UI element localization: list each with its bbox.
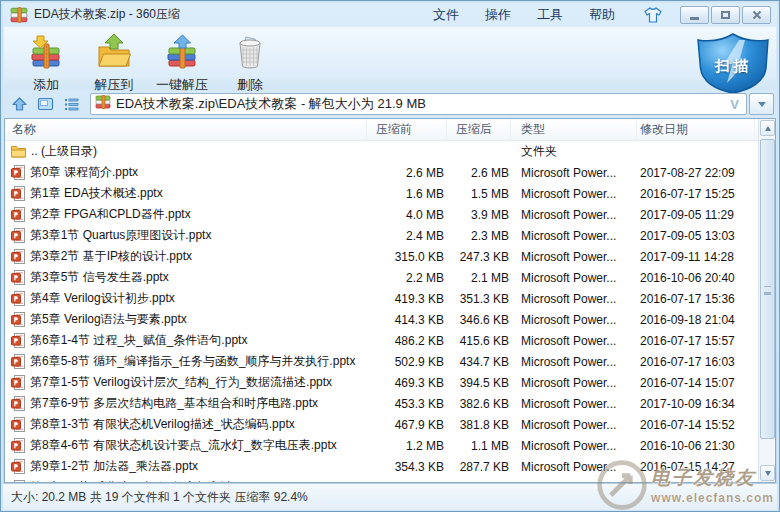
table-row[interactable]: 第0章 课程简介.pptx2.6 MB2.6 MBMicrosoft Power… xyxy=(5,162,775,183)
file-type-cell: Microsoft Power... xyxy=(511,334,637,348)
size-before-cell: 2.6 MB xyxy=(367,166,447,180)
modified-date-cell: 2016-07-14 15:52 xyxy=(637,418,755,432)
table-row[interactable]: 第8章4-6节 有限状态机设计要点_流水灯_数字电压表.pptx1.2 MB1.… xyxy=(5,435,775,456)
table-row[interactable]: 第3章5节 信号发生器.pptx2.2 MB2.1 MBMicrosoft Po… xyxy=(5,267,775,288)
size-before-cell: 2.4 MB xyxy=(367,229,447,243)
table-row[interactable]: 第9章6-7节 乐曲演奏电路_数字频率计.pptx1.6 MB1.4 MBMic… xyxy=(5,477,775,482)
scan-label: 扫描 xyxy=(694,57,772,76)
address-dropdown-button[interactable] xyxy=(749,93,774,115)
table-row[interactable]: 第7章1-5节 Verilog设计层次_结构_行为_数据流描述.pptx469.… xyxy=(5,372,775,393)
file-type-cell: Microsoft Power... xyxy=(511,397,637,411)
size-before-cell: 502.9 KB xyxy=(367,355,447,369)
size-after-cell: 351.3 KB xyxy=(447,292,511,306)
scroll-up-icon xyxy=(765,126,771,131)
one-click-extract-button[interactable]: 一键解压 xyxy=(148,30,216,88)
file-type-cell: 文件夹 xyxy=(511,143,637,160)
file-type-cell: Microsoft Power... xyxy=(511,292,637,306)
up-level-button[interactable] xyxy=(7,93,31,115)
address-input[interactable]: EDA技术教案.zip\EDA技术教案 - 解包大小为 21.9 MB V xyxy=(90,93,747,115)
table-row[interactable]: 第6章1-4节 过程_块_赋值_条件语句.pptx486.2 KB415.6 K… xyxy=(5,330,775,351)
size-before-cell: 469.3 KB xyxy=(367,376,447,390)
size-after-cell: 2.6 MB xyxy=(447,166,511,180)
size-after-cell: 247.3 KB xyxy=(447,250,511,264)
folder-icon xyxy=(11,145,26,158)
pptx-icon xyxy=(11,270,25,285)
size-after-cell: 346.6 KB xyxy=(447,313,511,327)
extract-to-icon xyxy=(95,33,133,75)
file-name-text: 第7章1-5节 Verilog设计层次_结构_行为_数据流描述.pptx xyxy=(30,374,332,391)
file-type-cell: Microsoft Power... xyxy=(511,187,637,201)
size-before-cell: 419.3 KB xyxy=(367,292,447,306)
modified-date-cell: 2017-10-09 16:34 xyxy=(637,397,755,411)
size-after-cell: 3.9 MB xyxy=(447,208,511,222)
column-header-size-before[interactable]: 压缩前 xyxy=(367,119,447,140)
vertical-scrollbar[interactable] xyxy=(758,119,775,482)
maximize-icon xyxy=(721,11,730,19)
file-name-text: 第0章 课程简介.pptx xyxy=(30,164,138,181)
delete-button[interactable]: 删除 xyxy=(216,30,284,88)
file-type-cell: Microsoft Power... xyxy=(511,229,637,243)
scrollbar-thumb[interactable] xyxy=(760,139,775,439)
list-view-button[interactable] xyxy=(59,93,83,115)
table-row[interactable]: 第7章6-9节 多层次结构电路_基本组合和时序电路.pptx453.3 KB38… xyxy=(5,393,775,414)
pptx-icon xyxy=(11,333,25,348)
file-name-cell: 第4章 Verilog设计初步.pptx xyxy=(5,290,367,307)
menu-help[interactable]: 帮助 xyxy=(576,4,628,26)
modified-date-cell: 2016-07-14 15:07 xyxy=(637,376,755,390)
table-row[interactable]: 第8章1-3节 有限状态机Verilog描述_状态编码.pptx467.9 KB… xyxy=(5,414,775,435)
modified-date-cell: 2016-09-18 21:04 xyxy=(637,313,755,327)
column-header-size-after[interactable]: 压缩后 xyxy=(447,119,511,140)
modified-date-cell: 2016-07-17 15:36 xyxy=(637,292,755,306)
size-after-cell: 2.1 MB xyxy=(447,271,511,285)
modified-date-cell: 2017-09-11 14:28 xyxy=(637,250,755,264)
table-row[interactable]: .. (上级目录)文件夹 xyxy=(5,141,775,162)
skin-shirt-icon[interactable] xyxy=(642,6,664,24)
file-name-text: 第9章1-2节 加法器_乘法器.pptx xyxy=(30,458,198,475)
size-before-cell: 486.2 KB xyxy=(367,334,447,348)
pptx-icon xyxy=(11,207,25,222)
table-row[interactable]: 第9章1-2节 加法器_乘法器.pptx354.3 KB287.7 KBMicr… xyxy=(5,456,775,477)
scan-button[interactable]: 扫描 xyxy=(694,33,774,95)
size-after-cell: 1.1 MB xyxy=(447,439,511,453)
modified-date-cell: 2017-09-05 11:29 xyxy=(637,208,755,222)
address-chevron-icon[interactable]: V xyxy=(727,97,742,112)
pptx-icon xyxy=(11,375,25,390)
file-name-cell: 第7章1-5节 Verilog设计层次_结构_行为_数据流描述.pptx xyxy=(5,374,367,391)
pptx-icon xyxy=(11,480,25,482)
table-row[interactable]: 第5章 Verilog语法与要素.pptx414.3 KB346.6 KBMic… xyxy=(5,309,775,330)
menu-tools[interactable]: 工具 xyxy=(524,4,576,26)
table-row[interactable]: 第6章5-8节 循环_编译指示_任务与函数_顺序与并发执行.pptx502.9 … xyxy=(5,351,775,372)
scroll-down-button[interactable] xyxy=(760,465,775,481)
scroll-up-button[interactable] xyxy=(760,120,775,136)
file-name-text: 第8章4-6节 有限状态机设计要点_流水灯_数字电压表.pptx xyxy=(30,437,337,454)
table-row[interactable]: 第3章1节 Quartus原理图设计.pptx2.4 MB2.3 MBMicro… xyxy=(5,225,775,246)
table-row[interactable]: 第1章 EDA技术概述.pptx1.6 MB1.5 MBMicrosoft Po… xyxy=(5,183,775,204)
file-name-text: 第3章5节 信号发生器.pptx xyxy=(30,269,169,286)
size-after-cell: 415.6 KB xyxy=(447,334,511,348)
file-name-text: 第4章 Verilog设计初步.pptx xyxy=(30,290,175,307)
maximize-button[interactable] xyxy=(711,6,740,24)
close-button[interactable] xyxy=(742,6,771,24)
extract-to-button[interactable]: 解压到 xyxy=(80,30,148,88)
column-header-name[interactable]: 名称 xyxy=(5,119,367,140)
menu-file[interactable]: 文件 xyxy=(420,4,472,26)
column-header-date[interactable]: 修改日期 xyxy=(637,119,755,140)
table-row[interactable]: 第4章 Verilog设计初步.pptx419.3 KB351.3 KBMicr… xyxy=(5,288,775,309)
file-name-text: 第3章1节 Quartus原理图设计.pptx xyxy=(30,227,211,244)
file-table: 名称 压缩前 压缩后 类型 修改日期 .. (上级目录)文件夹第0章 课程简介.… xyxy=(4,118,776,483)
modified-date-cell: 2016-10-06 21:40 xyxy=(637,481,755,483)
view-mode-button[interactable] xyxy=(33,93,57,115)
add-button[interactable]: 添加 xyxy=(12,30,80,88)
view-mode-icon xyxy=(37,96,54,113)
pptx-icon xyxy=(11,438,25,453)
menu-operate[interactable]: 操作 xyxy=(472,4,524,26)
table-row[interactable]: 第2章 FPGA和CPLD器件.pptx4.0 MB3.9 MBMicrosof… xyxy=(5,204,775,225)
file-type-cell: Microsoft Power... xyxy=(511,250,637,264)
minimize-icon xyxy=(690,17,699,20)
table-row[interactable]: 第3章2节 基于IP核的设计.pptx315.0 KB247.3 KBMicro… xyxy=(5,246,775,267)
modified-date-cell: 2017-09-05 13:03 xyxy=(637,229,755,243)
column-header-type[interactable]: 类型 xyxy=(511,119,637,140)
minimize-button[interactable] xyxy=(680,6,709,24)
file-type-cell: Microsoft Power... xyxy=(511,313,637,327)
file-name-cell: 第3章1节 Quartus原理图设计.pptx xyxy=(5,227,367,244)
